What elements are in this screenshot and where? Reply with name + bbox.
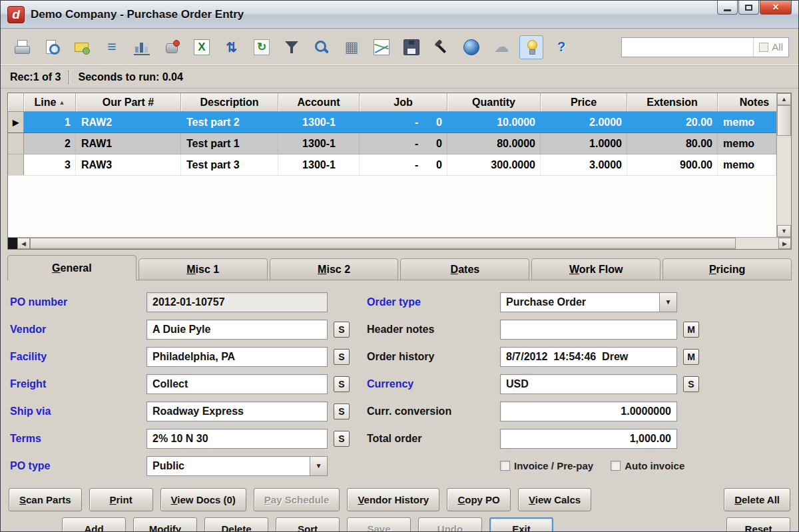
bar-chart-button[interactable] xyxy=(130,35,154,59)
currency-label[interactable]: Currency xyxy=(367,378,500,390)
scroll-right-button[interactable]: ▶ xyxy=(778,238,791,249)
globe-button[interactable] xyxy=(459,35,483,59)
column-header-account[interactable]: Account xyxy=(278,93,360,111)
copy-po-button[interactable]: Copy PO xyxy=(447,488,511,511)
refresh-button[interactable]: ↻ xyxy=(250,35,274,59)
cloud-button[interactable]: ☁ xyxy=(489,35,513,59)
po-type-label[interactable]: PO type xyxy=(10,460,146,472)
data-table-button[interactable]: ▦ xyxy=(340,35,364,59)
pane-splitter[interactable] xyxy=(8,238,17,249)
sort-button[interactable]: Sort xyxy=(276,517,340,532)
all-checkbox[interactable] xyxy=(759,43,768,52)
tab-general[interactable]: General xyxy=(7,255,136,280)
freight-label[interactable]: Freight xyxy=(10,378,146,390)
print-po-button[interactable]: Print xyxy=(89,488,153,511)
currency-search-button[interactable]: S xyxy=(683,376,699,392)
table-row[interactable]: 2 RAW1 Test part 1 1300-1 - 0 80.0000 1.… xyxy=(8,133,776,154)
facility-search-button[interactable]: S xyxy=(334,349,350,365)
export-data-button[interactable] xyxy=(160,35,184,59)
po-number-field[interactable] xyxy=(146,292,328,312)
po-type-dropdown-button[interactable]: ▼ xyxy=(310,457,327,475)
modify-button[interactable]: Modify xyxy=(133,517,197,532)
horizontal-scroll-thumb[interactable] xyxy=(30,238,736,249)
terms-field[interactable] xyxy=(146,429,328,449)
terms-label[interactable]: Terms xyxy=(10,433,146,445)
column-header-price[interactable]: Price xyxy=(541,93,627,111)
column-header-quantity[interactable]: Quantity xyxy=(447,93,541,111)
order-type-dropdown-button[interactable]: ▼ xyxy=(659,293,676,312)
facility-label[interactable]: Facility xyxy=(10,351,146,363)
po-number-label[interactable]: PO number xyxy=(10,296,146,308)
freight-search-button[interactable]: S xyxy=(334,376,350,392)
tab-dates[interactable]: Dates xyxy=(400,258,529,280)
invoice-prepay-checkbox[interactable] xyxy=(500,461,510,471)
column-header-extension[interactable]: Extension xyxy=(627,93,718,111)
header-notes-memo-button[interactable]: M xyxy=(683,322,699,338)
vendor-field[interactable] xyxy=(146,320,328,340)
order-history-field[interactable] xyxy=(500,347,677,367)
minimize-button[interactable] xyxy=(717,1,738,15)
record-list-button[interactable]: ≡ xyxy=(100,35,124,59)
tools-button[interactable] xyxy=(429,35,453,59)
delete-button[interactable]: Delete xyxy=(204,517,268,532)
freight-field[interactable] xyxy=(146,374,328,394)
facility-field[interactable] xyxy=(146,347,328,367)
add-button[interactable]: Add xyxy=(62,517,126,532)
ship-via-search-button[interactable]: S xyxy=(334,403,350,419)
view-docs-button[interactable]: View Docs (0) xyxy=(160,488,246,511)
scroll-down-button[interactable]: ▼ xyxy=(777,225,791,237)
print-preview-button[interactable] xyxy=(40,35,64,59)
help-button[interactable]: ? xyxy=(549,35,573,59)
sort-az-button[interactable]: ⇅ xyxy=(220,35,244,59)
print-button[interactable] xyxy=(10,35,34,59)
table-row[interactable]: 3 RAW3 Test part 3 1300-1 - 0 300.0000 3… xyxy=(8,154,776,176)
maximize-button[interactable] xyxy=(738,1,759,15)
table-row[interactable]: ▶ 1 RAW2 Test part 2 1300-1 - 0 10.0000 … xyxy=(8,112,776,133)
close-button[interactable]: × xyxy=(760,1,792,15)
po-type-select[interactable] xyxy=(146,456,328,476)
search-input[interactable] xyxy=(622,38,753,57)
search-records-button[interactable] xyxy=(310,35,334,59)
column-header-job[interactable]: Job xyxy=(360,93,447,111)
save-toolbar-button[interactable] xyxy=(400,35,423,59)
horizontal-scrollbar[interactable]: ◀ ▶ xyxy=(8,237,791,249)
tab-misc-2[interactable]: Misc 2 xyxy=(270,258,399,280)
horizontal-scroll-track[interactable] xyxy=(736,238,778,249)
column-header-line[interactable]: Line▲ xyxy=(24,93,76,111)
order-type-select[interactable] xyxy=(500,292,677,312)
vendor-label[interactable]: Vendor xyxy=(10,324,146,336)
exit-button[interactable]: Exit xyxy=(489,517,553,532)
scan-parts-button[interactable]: Scan Parts xyxy=(9,488,82,511)
ship-via-field[interactable] xyxy=(146,401,328,421)
vertical-scroll-track[interactable] xyxy=(777,136,791,225)
tab-pricing[interactable]: Pricing xyxy=(663,258,792,280)
vendor-search-button[interactable]: S xyxy=(334,322,350,338)
total-order-field[interactable] xyxy=(500,429,677,449)
excel-export-button[interactable]: X xyxy=(190,35,214,59)
order-type-label[interactable]: Order type xyxy=(367,296,500,308)
titlebar[interactable]: d Demo Company - Purchase Order Entry × xyxy=(1,1,798,29)
currency-field[interactable] xyxy=(500,374,677,394)
lightbulb-button[interactable] xyxy=(519,35,543,59)
header-notes-field[interactable] xyxy=(500,320,677,340)
tab-work-flow[interactable]: Work Flow xyxy=(531,258,661,280)
reset-button[interactable]: Reset xyxy=(726,517,790,532)
column-header-description[interactable]: Description xyxy=(181,93,278,111)
curr-conversion-field[interactable] xyxy=(500,401,677,421)
vertical-scroll-thumb[interactable] xyxy=(777,105,791,136)
auto-invoice-checkbox[interactable] xyxy=(611,461,621,471)
vertical-scrollbar[interactable]: ▲ ▼ xyxy=(776,93,791,237)
scroll-up-button[interactable]: ▲ xyxy=(777,93,791,105)
ship-via-label[interactable]: Ship via xyxy=(10,405,146,417)
order-history-memo-button[interactable]: M xyxy=(683,349,699,365)
payments-button[interactable] xyxy=(70,35,94,59)
column-header-part[interactable]: Our Part # xyxy=(76,93,181,111)
delete-all-button[interactable]: Delete All xyxy=(724,488,790,511)
filter-button[interactable] xyxy=(280,35,304,59)
scroll-left-button[interactable]: ◀ xyxy=(17,238,30,249)
vendor-history-button[interactable]: Vendor History xyxy=(347,488,439,511)
tab-misc-1[interactable]: Misc 1 xyxy=(138,258,268,280)
view-calcs-button[interactable]: View Calcs xyxy=(518,488,591,511)
line-chart-button[interactable] xyxy=(370,35,394,59)
terms-search-button[interactable]: S xyxy=(334,431,350,447)
